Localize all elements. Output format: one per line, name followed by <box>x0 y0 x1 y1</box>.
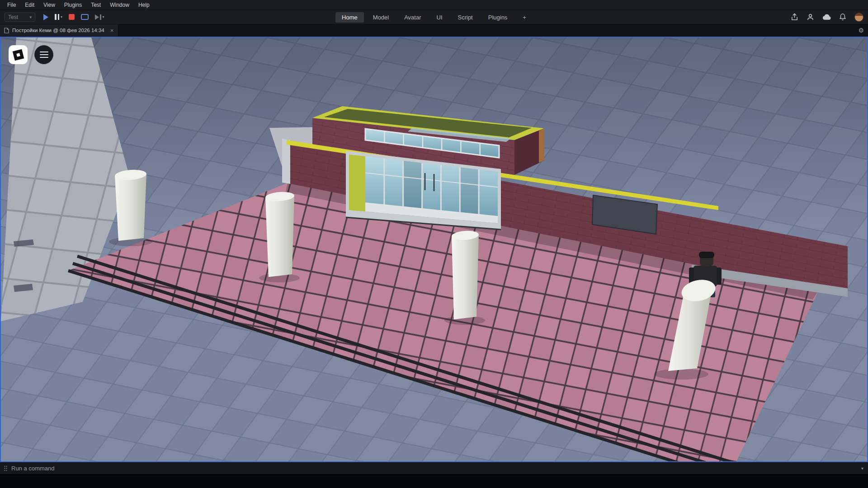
skip-button[interactable]: ▾ <box>95 14 104 20</box>
lime-panel <box>349 155 365 211</box>
hamburger-icon <box>40 54 48 55</box>
bottom-strip <box>0 474 868 488</box>
wall-end-cap <box>282 139 290 184</box>
test-device-label: Test <box>8 14 18 20</box>
file-icon <box>4 28 9 33</box>
game-viewport[interactable] <box>0 37 868 462</box>
roblox-studio-window: File Edit View Plugins Test Window Help … <box>0 0 868 488</box>
skip-icon <box>95 14 101 20</box>
pillar-1 <box>114 169 146 241</box>
tab-avatar[interactable]: Avatar <box>398 12 427 23</box>
menu-test[interactable]: Test <box>86 2 105 8</box>
roblox-logo-icon <box>12 49 24 60</box>
menu-edit[interactable]: Edit <box>20 2 39 8</box>
roblox-menu-button[interactable] <box>9 45 28 64</box>
tab-add[interactable]: + <box>516 12 533 23</box>
screen-share-button[interactable] <box>81 14 89 20</box>
menu-bar: File Edit View Plugins Test Window Help <box>0 0 868 10</box>
pause-icon <box>55 14 59 20</box>
hamburger-menu-button[interactable] <box>34 45 53 64</box>
stop-icon <box>69 14 75 20</box>
cloud-status-button[interactable] <box>822 14 831 20</box>
command-input[interactable]: Run a command <box>11 465 54 472</box>
drag-handle-icon[interactable] <box>4 465 8 472</box>
tab-plugins[interactable]: Plugins <box>482 12 514 23</box>
tab-ui[interactable]: UI <box>430 12 448 23</box>
tab-model[interactable]: Model <box>367 12 395 23</box>
menu-plugins[interactable]: Plugins <box>60 2 86 8</box>
menu-file[interactable]: File <box>3 2 20 8</box>
3d-scene <box>1 38 867 461</box>
tab-script[interactable]: Script <box>451 12 479 23</box>
close-icon[interactable]: × <box>110 27 114 34</box>
pause-button[interactable]: ▾ <box>55 14 62 20</box>
account-avatar[interactable] <box>854 13 863 22</box>
character-hair <box>699 252 714 258</box>
play-icon <box>43 14 48 20</box>
ribbon-tabs: Home Model Avatar UI Script Plugins + <box>335 10 533 24</box>
gear-icon: ⚙ <box>858 27 864 34</box>
bell-icon <box>839 13 846 21</box>
cloud-icon <box>822 14 831 20</box>
test-device-dropdown[interactable]: Test ▾ <box>5 13 35 22</box>
chevron-down-icon: ▾ <box>61 15 62 19</box>
share-button[interactable] <box>791 13 798 21</box>
pillar-3 <box>451 230 479 319</box>
collaborate-icon <box>807 13 814 21</box>
document-tab-bar: Постройки Кеми @ 08 фев 2026 14:34 × ⚙ <box>0 24 868 37</box>
play-button[interactable] <box>43 14 48 20</box>
tab-settings-button[interactable]: ⚙ <box>858 24 868 36</box>
command-bar[interactable]: Run a command ▾ <box>0 462 868 474</box>
share-icon <box>791 13 798 21</box>
toolbar: Test ▾ ▾ ▾ Home Model Avatar UI <box>0 10 868 24</box>
menu-help[interactable]: Help <box>134 2 154 8</box>
chevron-down-icon[interactable]: ▾ <box>861 466 864 471</box>
tab-home[interactable]: Home <box>335 12 364 23</box>
roof-box-edge <box>539 128 544 163</box>
pillar-2 <box>265 191 294 277</box>
chevron-down-icon: ▾ <box>29 15 32 19</box>
chevron-down-icon: ▾ <box>103 15 104 19</box>
menu-window[interactable]: Window <box>105 2 134 8</box>
collaborate-button[interactable] <box>807 13 814 21</box>
document-tab[interactable]: Постройки Кеми @ 08 фев 2026 14:34 × <box>0 24 118 36</box>
menu-view[interactable]: View <box>39 2 60 8</box>
stop-button[interactable] <box>69 14 75 20</box>
notifications-button[interactable] <box>839 13 846 21</box>
screen-icon <box>81 14 89 20</box>
document-tab-title: Постройки Кеми @ 08 фев 2026 14:34 <box>12 28 104 33</box>
